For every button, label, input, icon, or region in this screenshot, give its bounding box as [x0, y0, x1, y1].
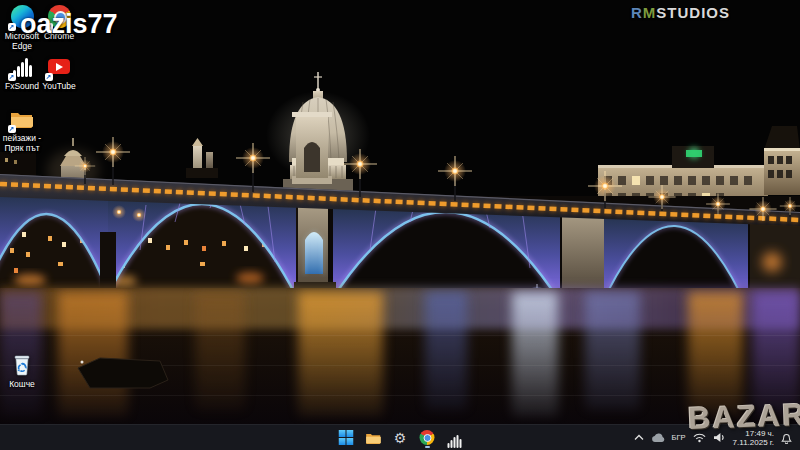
chrome-icon — [420, 430, 435, 445]
site-watermark: BAZAR — [687, 397, 800, 437]
gear-icon: ⚙ — [394, 431, 407, 445]
river-water — [0, 287, 800, 428]
onedrive-cloud-icon[interactable] — [651, 433, 665, 443]
youtube-play-icon — [47, 54, 72, 79]
desktop-icon-label: Кошче — [9, 379, 35, 389]
file-explorer-icon — [365, 431, 381, 445]
recycle-bin-icon — [10, 352, 35, 377]
shortcut-arrow-icon — [8, 125, 16, 133]
desktop-icon-folder-shortcut[interactable]: пейзажи - Пряк път — [0, 106, 44, 153]
tray-date: 7.11.2025 г. — [733, 438, 774, 447]
brand-text: STUDIOS — [656, 4, 730, 21]
desktop-icon-label: FxSound — [5, 81, 39, 91]
language-indicator[interactable]: БГР — [672, 433, 686, 442]
desktop-icon-label: пейзажи - Пряк път — [0, 133, 44, 153]
taskbar-center-buttons: ⚙ — [337, 425, 464, 450]
start-button[interactable] — [337, 428, 356, 447]
folder-icon — [10, 106, 35, 131]
taskbar-chrome-button[interactable] — [418, 428, 437, 447]
shortcut-arrow-icon — [8, 23, 16, 31]
equalizer-bars-icon — [447, 428, 461, 448]
hidden-icons-chevron[interactable] — [634, 434, 644, 441]
settings-button[interactable]: ⚙ — [391, 428, 410, 447]
shortcut-arrow-icon — [8, 73, 16, 81]
taskbar: ⚙ БГР — [0, 424, 800, 450]
file-explorer-button[interactable] — [364, 428, 383, 447]
desktop-icon-label: YouTube — [42, 81, 75, 91]
desktop-icon-recycle-bin[interactable]: Кошче — [0, 352, 44, 389]
desktop-icon-youtube[interactable]: YouTube — [37, 54, 81, 91]
running-app-indicator — [425, 446, 430, 449]
windows-logo-icon — [339, 430, 354, 445]
shortcut-arrow-icon — [45, 73, 53, 81]
monitor-brand-logo: RMSTUDIOS — [631, 4, 730, 21]
wallpaper-night-bridge — [0, 0, 800, 450]
seller-watermark: oazis77 — [20, 9, 118, 40]
equalizer-bars-icon — [10, 54, 35, 79]
desktop: Microsoft Edge Chrome FxSound YouTube — [0, 0, 800, 450]
taskbar-fxsound-button[interactable] — [445, 428, 464, 447]
brand-letter-r: R — [631, 4, 643, 21]
brand-letter-m: M — [643, 4, 657, 21]
